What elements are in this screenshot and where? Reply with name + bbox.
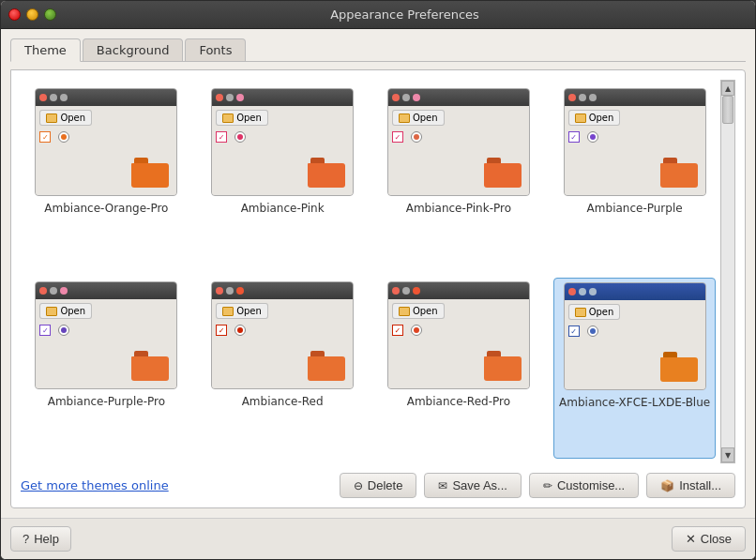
theme-item-ambiance-orange-pro[interactable]: Open ✓ Ambiance-Orange-Pro [25,84,188,264]
preview-btn-folder-icon [46,307,57,316]
folder-body [131,356,169,381]
get-more-themes-link[interactable]: Get more themes online [21,478,169,492]
preview-checkbox: ✓ [568,325,580,337]
close-icon: ✕ [686,532,696,546]
preview-open-btn: Open [39,110,92,126]
theme-preview-ambiance-purple-pro: Open ✓ [35,281,177,389]
preview-folder [131,158,169,188]
theme-preview-ambiance-orange-pro: Open ✓ [35,88,177,196]
preview-min-dot [226,287,234,295]
preview-max-dot [589,94,597,101]
folder-body [131,163,169,188]
theme-preview-ambiance-red-pro: Open ✓ [387,281,530,389]
preview-body: Open ✓ [36,106,176,195]
customise-icon: ✏ [543,479,552,492]
preview-min-dot [579,288,586,295]
theme-item-ambiance-xfce-lxde-blue[interactable]: Open ✓ Ambiance-XFCE-LXDE-Blue [553,278,716,459]
scrollbar[interactable]: ▲ ▼ [720,80,735,463]
preview-radio-inner [590,328,596,334]
preview-checkboxes: ✓ [392,325,525,336]
preview-body: Open ✓ [212,299,353,388]
theme-preview-ambiance-pink: Open ✓ [211,88,354,196]
theme-item-ambiance-pink[interactable]: Open ✓ Ambiance-Pink [202,84,364,264]
help-button[interactable]: ? Help [10,526,71,552]
theme-item-ambiance-pink-pro[interactable]: Open ✓ Ambiance-Pink-Pro [378,84,540,264]
preview-checkboxes: ✓ [392,131,525,143]
preview-btn-label: Open [589,113,614,123]
folder-body [308,163,345,188]
preview-min-dot [579,94,586,101]
preview-open-btn: Open [392,110,445,126]
scrollbar-thumb[interactable] [722,96,733,124]
preview-btn-label: Open [589,307,614,317]
install-button[interactable]: 📦 Install... [646,473,735,498]
close-window-button[interactable]: ✕ Close [672,526,746,552]
content-area: Theme Background Fonts Open [1,29,755,518]
preview-body: Open ✓ [212,106,353,195]
preview-radio-inner [590,134,596,140]
preview-folder [308,158,345,188]
preview-max-dot [60,94,68,101]
theme-item-ambiance-purple-pro[interactable]: Open ✓ Ambiance-Purple-Pro [25,278,188,459]
preview-titlebar [36,282,176,299]
folder-body [660,163,698,188]
scroll-up-button[interactable]: ▲ [721,81,734,96]
scrollbar-track[interactable] [721,96,734,447]
preview-min-dot [50,94,57,101]
close-button[interactable] [8,8,21,21]
tab-theme[interactable]: Theme [10,38,81,62]
preview-btn-label: Open [60,113,85,123]
footer: ? Help ✕ Close [1,518,755,559]
preview-radio [234,325,246,336]
preview-radio-inner [414,327,419,333]
preview-checkboxes: ✓ [39,131,173,143]
save-as-button[interactable]: ✉ Save As... [424,473,522,498]
preview-btn-folder-icon [575,114,586,123]
preview-close-dot [39,287,47,295]
preview-max-dot [60,287,68,295]
preview-checkbox: ✓ [216,131,227,143]
preview-checkboxes: ✓ [216,131,349,143]
tab-background[interactable]: Background [83,38,184,61]
preview-min-dot [402,287,410,295]
bottom-bar: Get more themes online ⊖ Delete ✉ Save A… [21,473,735,498]
theme-item-ambiance-red-pro[interactable]: Open ✓ Ambiance-Red-Pro [378,278,540,459]
maximize-button[interactable] [44,8,56,21]
tab-bar: Theme Background Fonts [10,38,746,62]
preview-radio [587,131,598,143]
preview-folder [660,352,698,382]
preview-checkbox: ✓ [216,325,227,336]
preview-btn-folder-icon [46,114,57,123]
delete-button[interactable]: ⊖ Delete [340,473,417,498]
preview-close-dot [568,94,576,101]
themes-grid: Open ✓ Ambiance-Orange-Pro [21,80,720,463]
preview-btn-label: Open [413,113,438,123]
preview-max-dot [236,94,244,101]
scroll-down-button[interactable]: ▼ [721,447,734,462]
preview-radio [411,131,422,143]
preview-btn-folder-icon [222,114,234,123]
preview-checkboxes: ✓ [216,325,349,336]
preview-checkboxes: ✓ [568,131,702,143]
preview-btn-label: Open [413,306,438,316]
minimize-button[interactable] [26,8,38,21]
preview-radio [411,325,422,336]
tab-fonts[interactable]: Fonts [185,38,246,61]
preview-btn-label: Open [60,306,85,316]
theme-item-ambiance-red[interactable]: Open ✓ Ambiance-Red [202,278,364,459]
app-window: Appearance Preferences Theme Background … [0,0,756,560]
preview-folder [308,351,345,381]
preview-radio [58,131,69,143]
preview-btn-label: Open [236,113,262,123]
delete-icon: ⊖ [354,479,363,492]
preview-close-dot [392,94,400,101]
customise-button[interactable]: ✏ Customise... [529,473,639,498]
action-buttons: ⊖ Delete ✉ Save As... ✏ Customise... 📦 I… [340,473,735,498]
preview-radio-inner [414,134,419,140]
theme-item-ambiance-purple[interactable]: Open ✓ Ambiance-Purple [553,84,716,264]
theme-preview-ambiance-purple: Open ✓ [564,88,706,196]
preview-radio-inner [61,327,67,333]
preview-radio-inner [61,134,67,140]
preview-checkbox: ✓ [392,325,403,336]
preview-radio [587,325,598,337]
